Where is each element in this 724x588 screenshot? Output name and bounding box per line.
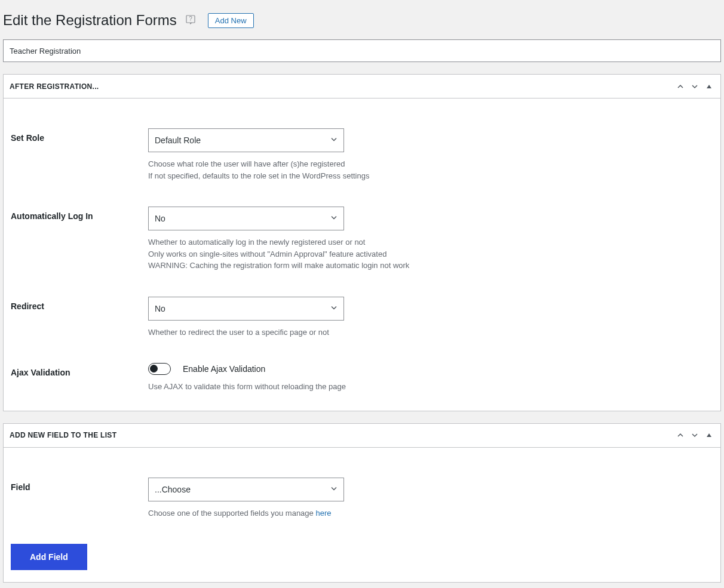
chevron-up-icon[interactable] [675, 430, 686, 441]
chevron-down-icon[interactable] [689, 430, 700, 441]
chevron-down-icon[interactable] [689, 81, 700, 92]
redirect-label: Redirect [11, 297, 148, 311]
panel-header: Add New Field to the List [4, 424, 720, 448]
redirect-description: Whether to redirect the user to a specif… [148, 327, 713, 338]
help-icon[interactable]: ? [185, 14, 197, 26]
triangle-up-icon[interactable] [704, 430, 714, 441]
set-role-description: Choose what role the user will have afte… [148, 158, 713, 181]
ajax-validation-description: Use AJAX to validate this form without r… [148, 381, 713, 393]
panel-header: After Registration... [4, 75, 720, 98]
auto-login-label: Automatically Log In [11, 207, 148, 221]
triangle-up-icon[interactable] [704, 81, 714, 92]
add-new-button[interactable]: Add New [208, 13, 254, 28]
set-role-select[interactable]: Default Role [148, 128, 344, 152]
set-role-label: Set Role [11, 128, 148, 143]
add-field-button[interactable]: Add Field [11, 544, 87, 570]
ajax-validation-label: Ajax Validation [11, 363, 148, 377]
auto-login-description: Whether to automatically log in the newl… [148, 236, 713, 272]
chevron-up-icon[interactable] [675, 81, 686, 92]
ajax-validation-toggle[interactable] [148, 363, 171, 375]
manage-fields-link[interactable]: here [315, 509, 331, 518]
svg-text:?: ? [189, 16, 192, 22]
redirect-select[interactable]: No [148, 297, 344, 321]
page-title: Edit the Registration Forms [3, 12, 177, 29]
panel-title: Add New Field to the List [10, 431, 116, 439]
field-select[interactable]: ...Choose [148, 478, 344, 501]
field-select-description: Choose one of the supported fields you m… [148, 507, 713, 519]
panel-title: After Registration... [10, 82, 99, 91]
ajax-validation-toggle-label: Enable Ajax Validation [183, 364, 265, 374]
after-registration-panel: After Registration... Set Role Default R… [3, 74, 721, 411]
form-title-input[interactable] [3, 39, 721, 62]
field-select-label: Field [11, 478, 148, 492]
auto-login-select[interactable]: No [148, 207, 344, 230]
add-field-panel: Add New Field to the List Field ...Choos… [3, 423, 721, 583]
